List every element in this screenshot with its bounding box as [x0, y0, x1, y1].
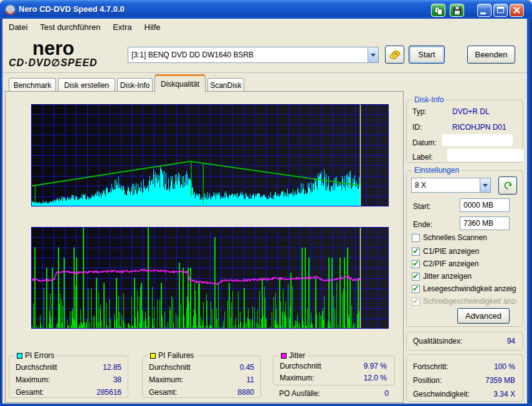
- chevron-down-icon: [483, 184, 488, 187]
- scan-speed-value: 8 X: [412, 181, 480, 190]
- tab-benchmark[interactable]: Benchmark: [9, 78, 56, 92]
- scan-end-field[interactable]: 7360 MB: [460, 216, 510, 230]
- maximize-icon: [497, 7, 504, 13]
- jitter-swatch: [281, 353, 287, 359]
- header-separator: [2, 72, 527, 74]
- menu-test-durchfuehren[interactable]: Test durchführen: [34, 22, 107, 32]
- checkbox-icon: ✔: [412, 248, 420, 256]
- menu-bar: Datei Test durchführen Extra Hilfe: [2, 19, 527, 35]
- speed-value: 3.34 X: [493, 390, 515, 399]
- scan-end-label: Ende:: [413, 220, 432, 229]
- tab-disk-info[interactable]: Disk-Info: [117, 78, 153, 92]
- window-border-bottom: [0, 404, 532, 406]
- drive-selector-value: [3:1] BENQ DVD DD DW1640 BSRB: [128, 51, 368, 59]
- po-failures-label: PO Ausfälle:: [279, 389, 320, 398]
- stat-value: 8880: [237, 388, 254, 397]
- checkbox-lesegeschwindigkeit[interactable]: ✔Lesegeschwindigkeit anzeigen: [412, 284, 516, 294]
- stat-label: Maximum:: [16, 375, 50, 384]
- jitter-stats-box: Jitter Durchschnitt 9.97 % Maximum: 12.0…: [273, 355, 395, 385]
- advanced-button[interactable]: Advanced: [457, 308, 510, 324]
- stat-value: 38: [113, 375, 121, 384]
- app-window: Nero CD-DVD Speed 4.7.0.0 Datei: [0, 0, 532, 406]
- stat-value: 9.97 %: [364, 362, 387, 370]
- chevron-down-icon: [371, 54, 376, 57]
- checkbox-icon: ✔: [412, 234, 420, 242]
- checkbox-icon: ✔: [412, 297, 420, 306]
- disk-info-title: Disk-Info: [412, 95, 446, 104]
- progress-value: 100 %: [494, 362, 515, 371]
- position-value: 7359 MB: [485, 376, 515, 385]
- minimize-button[interactable]: [477, 4, 492, 17]
- window-border-left: [0, 19, 2, 406]
- quality-index-value: 94: [507, 337, 515, 346]
- drive-selector-combobox[interactable]: [3:1] BENQ DVD DD DW1640 BSRB: [128, 47, 379, 63]
- pi-errors-stats-box: PI Errors Durchschnitt 12.85 Maximum: 38…: [9, 355, 128, 398]
- start-button[interactable]: Start: [409, 46, 445, 64]
- checkbox-jitter[interactable]: ✔Jitter anzeigen: [412, 271, 472, 281]
- stat-label: Durchschnitt: [280, 362, 321, 370]
- close-icon: [510, 4, 523, 16]
- checkbox-schnelles-scannen[interactable]: ✔Schnelles Scannen: [412, 233, 487, 243]
- stat-value: 285616: [97, 388, 121, 397]
- menu-extra[interactable]: Extra: [107, 22, 138, 32]
- copy-chart-button[interactable]: [431, 4, 445, 17]
- po-failures-value: 0: [349, 389, 389, 398]
- einstellungen-box: Einstellungen 8 X Start: 0000 MB Ende: 7…: [406, 170, 523, 327]
- stat-label: Gesamt:: [16, 388, 44, 397]
- tab-disk-erstellen[interactable]: Disk erstellen: [58, 78, 115, 92]
- maximize-button[interactable]: [493, 4, 508, 17]
- drive-selector-dropdown-button[interactable]: [368, 47, 378, 62]
- checkbox-icon: ✔: [412, 273, 420, 281]
- save-button[interactable]: [450, 4, 464, 17]
- pi-errors-legend: PI Errors: [14, 351, 57, 360]
- stat-value: 12.85: [103, 363, 121, 372]
- nero-logo-subtitle: CD·DVD∅SPEED: [9, 57, 97, 69]
- jitter-legend: Jitter: [278, 351, 308, 360]
- pi-failures-jitter-chart: [31, 227, 389, 329]
- stat-value: 0.45: [240, 363, 254, 372]
- pi-errors-swatch: [17, 353, 22, 359]
- disk-id-value: RICOHJPN D01: [452, 123, 506, 132]
- disc-info-button[interactable]: [385, 46, 404, 64]
- app-icon: [5, 4, 16, 15]
- refresh-button[interactable]: [498, 176, 517, 195]
- beenden-button[interactable]: Beenden: [467, 46, 515, 64]
- pi-failures-swatch: [150, 353, 156, 359]
- checkbox-schreibgeschwindigkeit[interactable]: ✔Schreibgeschwindigkeit anzeigen: [412, 296, 516, 306]
- scan-speed-dropdown-button[interactable]: [480, 178, 490, 192]
- menu-hilfe[interactable]: Hilfe: [138, 22, 167, 32]
- scan-speed-combobox[interactable]: 8 X: [411, 178, 491, 193]
- stat-value: 12.0 %: [364, 374, 387, 382]
- stat-label: Durchschnitt: [16, 363, 57, 372]
- tab-scandisk[interactable]: ScanDisk: [207, 78, 244, 92]
- title-bar: Nero CD-DVD Speed 4.7.0.0: [0, 0, 532, 19]
- stat-value: 11: [247, 375, 254, 384]
- scan-start-field[interactable]: 0000 MB: [460, 198, 510, 212]
- disk-type-value: DVD+R DL: [452, 107, 490, 116]
- pi-failures-legend: PI Failures: [148, 351, 196, 360]
- quality-index-label: Qualitätsindex:: [413, 337, 462, 346]
- redacted-datum-value: [442, 134, 513, 146]
- pi-failures-stats-box: PI Failures Durchschnitt 0.45 Maximum: 1…: [142, 355, 261, 398]
- checkbox-c2-pif[interactable]: ✔C2/PIF anzeigen: [412, 259, 478, 269]
- qualitaetsindex-box: Qualitätsindex: 94: [406, 332, 523, 350]
- pi-errors-chart: [31, 104, 389, 206]
- fortschritt-box: Fortschritt: 100 % Position: 7359 MB Ges…: [406, 354, 523, 402]
- stat-label: Maximum:: [280, 374, 314, 382]
- stat-label: Maximum:: [149, 375, 183, 384]
- window-border-right: [527, 19, 532, 406]
- minimize-icon: [480, 12, 486, 14]
- checkbox-icon: ✔: [412, 260, 420, 268]
- gold-discs-icon: [389, 49, 401, 60]
- stat-label: Gesamt:: [149, 388, 177, 397]
- checkbox-icon: ✔: [412, 285, 420, 293]
- checkbox-c1-pie[interactable]: ✔C1/PIE anzeigen: [412, 246, 479, 256]
- scan-start-label: Start:: [413, 202, 431, 211]
- refresh-icon: [503, 180, 513, 191]
- redacted-label-value: [447, 149, 523, 162]
- einstellungen-title: Einstellungen: [412, 166, 462, 175]
- menu-datei[interactable]: Datei: [2, 22, 34, 32]
- stat-label: Durchschnitt: [149, 363, 191, 372]
- close-button[interactable]: [510, 4, 524, 17]
- tab-diskqualitaet[interactable]: Diskqualität: [154, 74, 206, 92]
